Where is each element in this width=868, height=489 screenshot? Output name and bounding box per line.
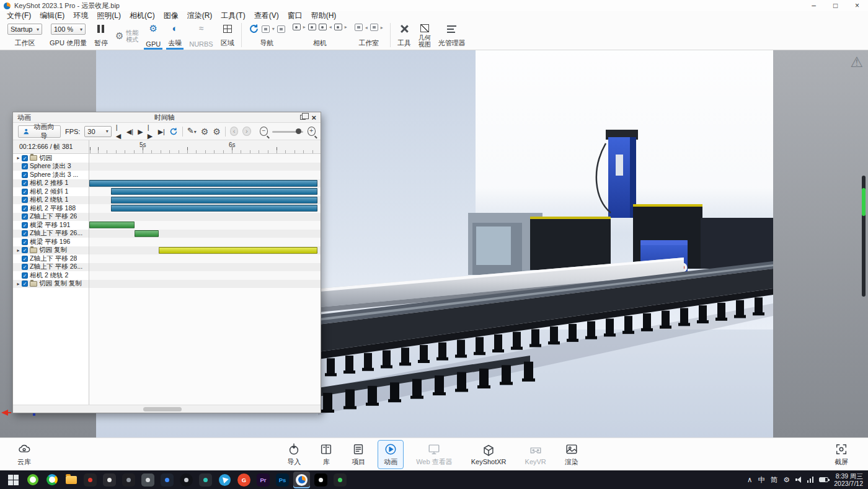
ribbon-item-screenshot[interactable]: 截屏 bbox=[828, 440, 854, 469]
light-manager-button[interactable]: 光管理器 bbox=[435, 20, 469, 50]
track-row-7[interactable]: ✓Z轴上下 平移 26 bbox=[13, 213, 89, 222]
expand-arrow-icon[interactable]: ▸ bbox=[15, 248, 22, 253]
menu-item-5[interactable]: 图像 bbox=[159, 11, 183, 20]
geometry-view-button[interactable]: 几何 视图 bbox=[415, 20, 435, 50]
taskbar-app-telegram[interactable] bbox=[216, 472, 233, 488]
go-to-end-button[interactable]: ▶| bbox=[158, 127, 165, 136]
keyframe-bar[interactable] bbox=[111, 188, 317, 195]
ribbon-item-web-viewer[interactable]: Web 查看器 bbox=[410, 440, 458, 469]
gpu-usage-dropdown[interactable]: 100 % ▾ bbox=[51, 24, 86, 35]
close-button[interactable]: × bbox=[846, 0, 868, 11]
ime-mode-indicator[interactable]: 简 bbox=[771, 475, 778, 484]
menu-item-6[interactable]: 渲染(R) bbox=[183, 11, 217, 20]
keyframe-bar[interactable] bbox=[111, 205, 317, 212]
keyframe-bar[interactable] bbox=[135, 230, 159, 237]
track-checkbox[interactable]: ✓ bbox=[22, 172, 28, 178]
menu-item-3[interactable]: 照明(L) bbox=[92, 11, 125, 20]
menu-item-10[interactable]: 帮助(H) bbox=[307, 11, 341, 20]
tools-button[interactable]: 工具 bbox=[394, 20, 415, 50]
timeline-hscrollbar[interactable] bbox=[13, 405, 321, 413]
loop-button[interactable] bbox=[169, 127, 178, 136]
track-row-8[interactable]: ✓横梁 平移 191 bbox=[13, 221, 89, 230]
track-row-15[interactable]: ▸✓切园 复制 复制 bbox=[13, 280, 89, 289]
nurbs-button[interactable]: ≈ NURBS bbox=[185, 20, 217, 50]
viewport-scrollbar[interactable] bbox=[862, 176, 866, 297]
track-row-1[interactable]: ✓Sphere 淡出 3 bbox=[13, 163, 89, 171]
camera-group[interactable]: ▸ ◂ ▸ 相机 bbox=[289, 20, 351, 50]
keyframe-bar[interactable] bbox=[89, 222, 135, 228]
taskbar-app-premiere[interactable]: Pr bbox=[255, 472, 272, 488]
warning-icon[interactable]: ⚠ bbox=[850, 54, 863, 71]
taskbar-app-app-g[interactable]: G bbox=[236, 472, 252, 488]
ribbon-item-keyvr[interactable]: KeyVR bbox=[519, 441, 552, 468]
track-row-14[interactable]: ✓相机 2 绕轨 2 bbox=[13, 271, 89, 280]
timeline-panel-header[interactable]: 动画 时间轴 × bbox=[13, 112, 321, 123]
performance-mode-button[interactable]: ⚙ 性能 模式 bbox=[112, 20, 142, 50]
track-row-13[interactable]: ✓Z轴上下 平移 26... bbox=[13, 263, 89, 272]
taskbar-app-app-black[interactable] bbox=[312, 472, 329, 488]
zoom-slider[interactable] bbox=[272, 128, 303, 135]
timeline-ruler[interactable]: 5s6s bbox=[89, 140, 321, 153]
taskbar-app-photoshop[interactable]: Ps bbox=[274, 472, 291, 488]
hidden-icons-chevron[interactable]: ∧ bbox=[747, 475, 752, 484]
track-checkbox[interactable]: ✓ bbox=[22, 272, 28, 279]
keyframe-bar[interactable] bbox=[111, 197, 317, 204]
track-checkbox[interactable]: ✓ bbox=[22, 197, 28, 203]
track-row-11[interactable]: ▸✓切园 复制 bbox=[13, 246, 89, 255]
ime-language-indicator[interactable]: 中 bbox=[758, 475, 765, 484]
track-checkbox[interactable]: ✓ bbox=[22, 256, 28, 262]
ribbon-item-render[interactable]: 渲染 bbox=[559, 440, 585, 469]
network-icon[interactable] bbox=[807, 477, 814, 483]
timeline-hscrollbar-thumb[interactable] bbox=[143, 407, 182, 411]
taskbar-app-app-dark-red[interactable] bbox=[82, 472, 99, 488]
viewport-scrollbar-thumb[interactable] bbox=[862, 188, 866, 216]
pause-button[interactable]: 暂停 bbox=[91, 20, 112, 50]
track-row-12[interactable]: ✓Z轴上下 平移 28 bbox=[13, 254, 89, 263]
animation-wizard-button[interactable]: 动画向导 bbox=[18, 125, 61, 138]
minimize-button[interactable]: – bbox=[803, 0, 825, 11]
studio-group[interactable]: ◂ ▸ 工作室 bbox=[351, 20, 387, 50]
workspace-dropdown[interactable]: Startup ▾ bbox=[7, 24, 42, 35]
tray-settings-gear-icon[interactable]: ⚙ bbox=[783, 475, 789, 484]
settings-gear-icon[interactable]: ⚙ bbox=[201, 127, 209, 136]
track-row-2[interactable]: ✓Sphere 淡出 3 ... bbox=[13, 171, 89, 179]
taskbar-app-app-dark-teal[interactable] bbox=[197, 472, 214, 488]
next-keyframe-button[interactable]: › bbox=[242, 127, 250, 136]
close-icon[interactable]: × bbox=[311, 114, 316, 122]
viewport[interactable]: ⚠ 动画 时间轴 × 动画向导 FPS: 30 ▾ bbox=[0, 50, 868, 437]
navigation-group[interactable]: ▾ 导航 bbox=[245, 20, 289, 50]
taskbar-app-app-dark-blue[interactable] bbox=[159, 472, 175, 488]
play-button[interactable]: ▶ bbox=[138, 127, 143, 136]
menu-item-7[interactable]: 工具(T) bbox=[216, 11, 249, 20]
menu-item-2[interactable]: 环境 bbox=[69, 11, 92, 20]
keyframe-bar[interactable] bbox=[159, 247, 317, 254]
track-row-9[interactable]: ✓Z轴上下 平移 26... bbox=[13, 230, 89, 238]
taskbar-app-app-dark-green[interactable] bbox=[332, 472, 348, 488]
ribbon-item-animation[interactable]: 动画 bbox=[378, 440, 404, 469]
taskbar-app-app-dark-ring[interactable] bbox=[120, 472, 137, 488]
track-row-6[interactable]: ✓相机 2 平移 188 bbox=[13, 204, 89, 213]
track-row-10[interactable]: ✓横梁 平移 196 bbox=[13, 238, 89, 246]
keyframe-bar[interactable] bbox=[89, 180, 317, 187]
track-row-4[interactable]: ✓相机 2 倾斜 1 bbox=[13, 187, 89, 196]
taskbar-app-app-music[interactable] bbox=[101, 472, 118, 488]
preview-settings-gear-icon[interactable]: ⚙ bbox=[213, 127, 221, 136]
ribbon-item-project[interactable]: 项目 bbox=[345, 440, 371, 469]
taskbar-app-browser-360[interactable] bbox=[24, 472, 41, 488]
track-checkbox[interactable]: ✓ bbox=[22, 239, 28, 245]
go-to-start-button[interactable]: |◀ bbox=[116, 123, 122, 140]
clock[interactable]: 8:39 周三 2023/7/12 bbox=[834, 472, 863, 488]
next-frame-button[interactable]: |▶ bbox=[148, 123, 154, 140]
menu-item-9[interactable]: 窗口 bbox=[283, 11, 307, 20]
track-checkbox[interactable]: ✓ bbox=[22, 213, 28, 220]
track-checkbox[interactable]: ✓ bbox=[22, 155, 28, 161]
taskbar-app-app-grey[interactable] bbox=[140, 472, 156, 488]
taskbar-app-app-circle-green[interactable] bbox=[43, 472, 60, 488]
denoise-toggle[interactable]: ◐ 去噪 bbox=[164, 20, 185, 50]
zoom-slider-thumb[interactable] bbox=[296, 128, 301, 134]
menu-item-8[interactable]: 查看(V) bbox=[250, 11, 283, 20]
ribbon-item-library[interactable]: 库 bbox=[313, 440, 339, 469]
track-checkbox[interactable]: ✓ bbox=[22, 222, 28, 228]
curve-editor-button[interactable]: ✎▾ bbox=[187, 127, 197, 137]
zoom-in-icon[interactable]: + bbox=[308, 127, 316, 136]
